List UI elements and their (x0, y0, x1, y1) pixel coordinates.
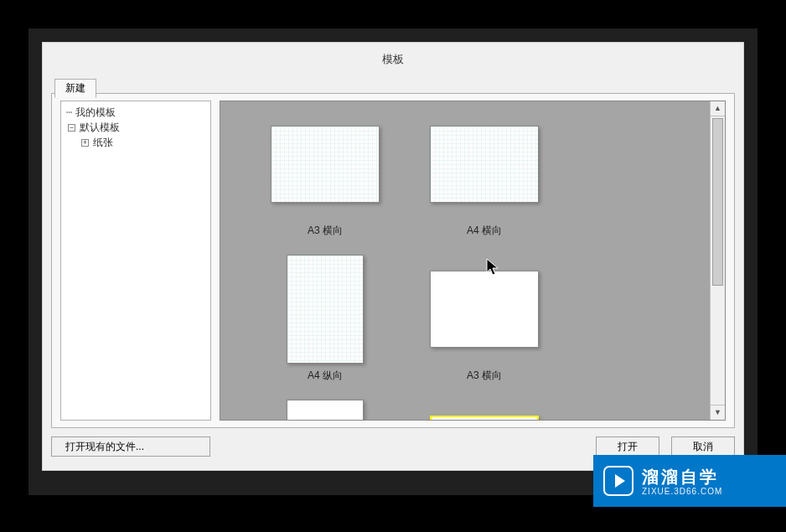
play-icon (603, 466, 633, 496)
watermark-subtitle: ZIXUE.3D66.COM (642, 487, 722, 496)
scroll-up-icon[interactable]: ▲ (711, 101, 725, 116)
tree-expander-plus-icon[interactable]: + (81, 139, 89, 147)
template-thumbnail (287, 255, 364, 364)
scroll-thumb[interactable] (712, 118, 723, 286)
dialog-content: ⋯ 我的模板 − 默认模板 + 纸张 (51, 93, 735, 428)
template-grid: A3 横向 A4 横向 A4 纵向 (220, 101, 710, 420)
watermark: 溜溜自学 ZIXUE.3D66.COM (593, 455, 786, 507)
template-dialog: 模板 新建 ⋯ 我的模板 − 默认模板 + 纸张 (42, 42, 744, 471)
tree-label: 默认模板 (80, 121, 120, 133)
template-grid-panel: A3 横向 A4 横向 A4 纵向 (220, 101, 726, 421)
tree-item-default-templates[interactable]: − 默认模板 (66, 120, 205, 135)
template-thumbnail (430, 416, 539, 420)
template-item-a4-portrait-grid[interactable]: A4 纵向 (258, 255, 392, 383)
template-item-a4-landscape-grid[interactable]: A4 横向 (417, 110, 551, 238)
template-tree: ⋯ 我的模板 − 默认模板 + 纸张 (61, 101, 210, 153)
template-thumbnail (271, 126, 380, 203)
tree-item-paper[interactable]: + 纸张 (66, 135, 205, 150)
scroll-down-icon[interactable]: ▼ (711, 405, 725, 420)
template-item-a3-landscape-grid[interactable]: A3 横向 (258, 110, 392, 238)
tree-item-my-templates[interactable]: ⋯ 我的模板 (66, 105, 205, 120)
template-label: A4 纵向 (308, 369, 343, 383)
open-existing-file-button[interactable]: 打开现有的文件... (51, 436, 210, 457)
tab-new[interactable]: 新建 (54, 79, 96, 98)
template-thumbnail (430, 271, 539, 348)
template-item-a3-portrait-blank[interactable]: A3 纵向 (258, 400, 392, 420)
template-tree-panel: ⋯ 我的模板 − 默认模板 + 纸张 (60, 101, 211, 421)
dialog-title: 模板 (43, 43, 743, 76)
tree-branch-icon: ⋯ (66, 106, 72, 118)
vertical-scrollbar[interactable]: ▲ ▼ (710, 101, 725, 420)
tab-strip: 新建 (54, 78, 96, 97)
tree-label: 我的模板 (75, 106, 116, 118)
tree-label: 纸张 (93, 137, 113, 148)
template-label: A4 横向 (467, 224, 502, 238)
template-item-a3-landscape-blank[interactable]: A3 横向 (417, 255, 551, 383)
open-button[interactable]: 打开 (596, 436, 659, 457)
tree-expander-minus-icon[interactable]: − (68, 124, 75, 132)
watermark-title: 溜溜自学 (642, 467, 722, 487)
template-thumbnail (287, 400, 364, 420)
cancel-button[interactable]: 取消 (671, 436, 735, 457)
template-item-a4-landscape-blank-selected[interactable]: A4 横向 (417, 400, 551, 420)
template-label: A3 横向 (308, 224, 343, 238)
template-label: A3 横向 (467, 369, 502, 383)
template-thumbnail (430, 126, 539, 203)
